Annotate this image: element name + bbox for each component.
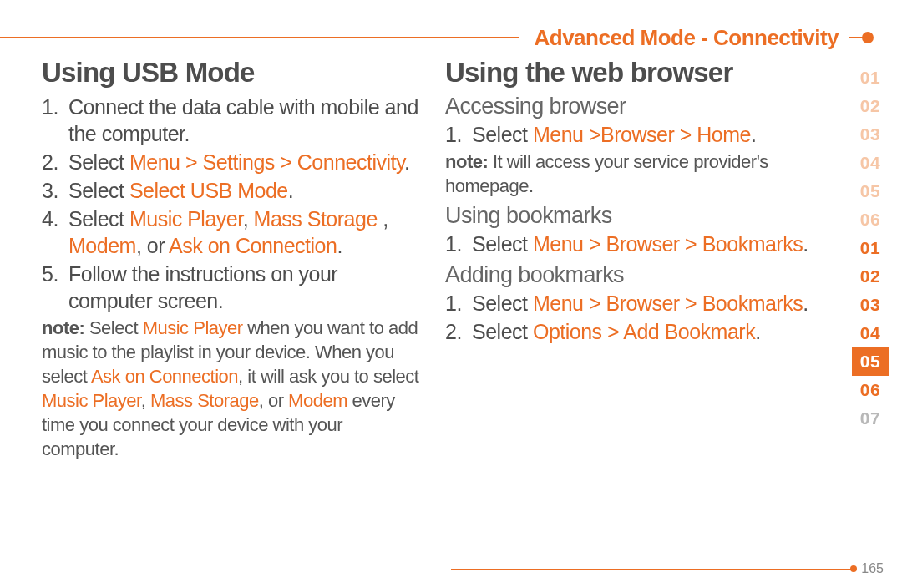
footer-dot-icon — [850, 565, 857, 572]
footer: 165 — [451, 561, 884, 578]
sec1-step1: 1. Select Menu >Browser > Home. — [472, 121, 825, 148]
step-2: 2.Select Menu > Settings > Connectivity. — [68, 149, 422, 175]
sec1-note: note: It will access your service provid… — [445, 150, 825, 198]
content-columns: Using USB Mode 1. Connect the data cable… — [42, 57, 827, 461]
page-index-05[interactable]: 05 — [852, 177, 889, 205]
step-4: 4.Select Music Player, Mass Storage , Mo… — [68, 205, 422, 259]
page-index-04[interactable]: 04 — [852, 149, 889, 177]
usb-steps: 1. Connect the data cable with mobile an… — [42, 94, 422, 314]
sec2-heading: Using bookmarks — [445, 203, 825, 229]
sec2-steps: 1. Select Menu > Browser > Bookmarks. — [445, 231, 825, 257]
page-index-01[interactable]: 01 — [852, 63, 889, 92]
sec3-steps: 1. Select Menu > Browser > Bookmarks. 2.… — [445, 290, 825, 345]
page-index-07[interactable]: 07 — [852, 404, 889, 433]
sec3-step2: 2.Select Options > Add Bookmark. — [472, 318, 825, 345]
page-index-02[interactable]: 02 — [852, 262, 889, 291]
sec2-step1: 1. Select Menu > Browser > Bookmarks. — [472, 231, 825, 257]
page-index-04[interactable]: 04 — [852, 319, 889, 347]
header: Advanced Mode - Connectivity — [0, 25, 885, 50]
left-column: Using USB Mode 1. Connect the data cable… — [42, 57, 422, 461]
footer-rule — [451, 569, 852, 570]
sec3-heading: Adding bookmarks — [445, 262, 825, 288]
page-index-06[interactable]: 06 — [852, 376, 889, 404]
left-title: Using USB Mode — [42, 57, 422, 89]
right-title: Using the web browser — [445, 57, 825, 89]
usb-note: note: Select Music Player when you want … — [42, 316, 422, 461]
breadcrumb: Advanced Mode - Connectivity — [519, 25, 849, 51]
step-5: 5.Follow the instructions on your comput… — [68, 261, 422, 314]
step-3: 3.Select Select USB Mode. — [68, 177, 422, 204]
page-index-02[interactable]: 02 — [852, 92, 889, 120]
page-index-sidebar: 01020304050601020304050607 — [852, 63, 889, 433]
page-index-01[interactable]: 01 — [852, 234, 889, 262]
page-index-03[interactable]: 03 — [852, 291, 889, 319]
page-index-05[interactable]: 05 — [852, 347, 889, 376]
step-1: 1. Connect the data cable with mobile an… — [68, 94, 422, 147]
header-dot-icon — [862, 32, 874, 43]
page-number: 165 — [861, 561, 884, 576]
page-index-06[interactable]: 06 — [852, 205, 889, 234]
sec1-heading: Accessing browser — [445, 94, 825, 119]
sec3-step1: 1. Select Menu > Browser > Bookmarks. — [472, 290, 825, 317]
right-column: Using the web browser Accessing browser … — [445, 57, 825, 461]
sec1-steps: 1. Select Menu >Browser > Home. — [445, 121, 825, 148]
page-index-03[interactable]: 03 — [852, 120, 889, 149]
